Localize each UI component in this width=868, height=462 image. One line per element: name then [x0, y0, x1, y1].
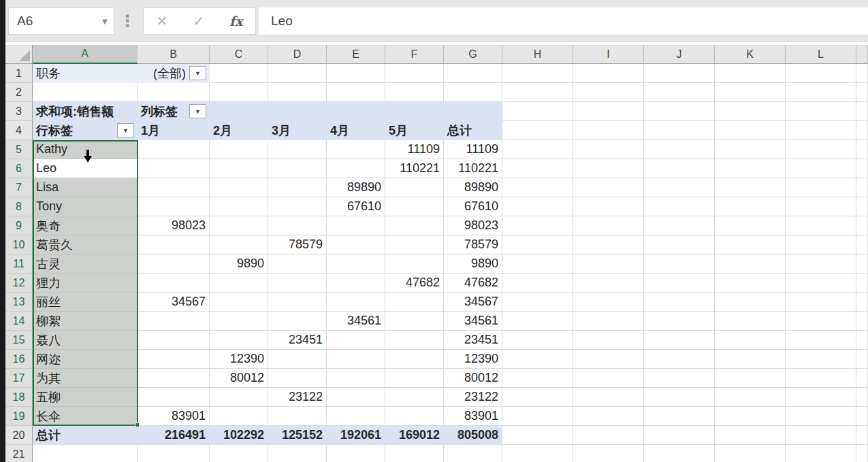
cell-A13[interactable]: 丽丝 — [33, 293, 138, 312]
cell-E13[interactable] — [327, 293, 385, 312]
cell-G14[interactable]: 34561 — [444, 312, 502, 331]
cell-L20[interactable] — [786, 426, 856, 445]
cell-clipped21[interactable] — [856, 445, 868, 462]
column-header-D[interactable]: D — [268, 45, 327, 64]
cell-C1[interactable] — [210, 64, 268, 83]
cell-A18[interactable]: 五柳 — [33, 388, 138, 407]
cell-K2[interactable] — [715, 83, 786, 102]
cell-J21[interactable] — [644, 445, 715, 462]
cell-B11[interactable] — [138, 254, 210, 274]
cell-clipped19[interactable] — [856, 407, 868, 426]
cell-K3[interactable] — [715, 102, 786, 121]
cell-G17[interactable]: 80012 — [444, 369, 502, 388]
cell-C5[interactable] — [210, 140, 268, 159]
cell-H14[interactable] — [502, 312, 573, 331]
cell-L7[interactable] — [786, 178, 856, 197]
cell-L1[interactable] — [786, 64, 856, 83]
cell-C18[interactable] — [210, 388, 268, 407]
cell-A15[interactable]: 聂八 — [33, 331, 138, 350]
cell-F13[interactable] — [385, 293, 444, 312]
cell-L17[interactable] — [786, 369, 856, 388]
column-header-I[interactable]: I — [573, 45, 644, 64]
select-all-corner[interactable] — [5, 45, 33, 64]
cell-A4[interactable]: 行标签▼ — [33, 121, 138, 140]
cell-D15[interactable]: 23451 — [268, 331, 327, 350]
row-header-1[interactable]: 1 — [5, 64, 33, 83]
cell-G1[interactable] — [444, 64, 502, 83]
cell-I6[interactable] — [573, 159, 644, 178]
row-labels-dropdown-button[interactable]: ▼ — [117, 123, 134, 137]
cell-I3[interactable] — [573, 102, 644, 121]
cell-L2[interactable] — [786, 83, 856, 102]
cell-H6[interactable] — [502, 159, 573, 178]
cell-B14[interactable] — [138, 312, 210, 331]
row-header-14[interactable]: 14 — [5, 312, 33, 331]
cell-J8[interactable] — [644, 197, 715, 216]
cell-K10[interactable] — [715, 235, 786, 254]
row-header-16[interactable]: 16 — [5, 350, 33, 369]
cell-F7[interactable] — [385, 178, 444, 197]
cell-I12[interactable] — [573, 274, 644, 293]
cell-F8[interactable] — [385, 197, 444, 216]
cell-E6[interactable] — [327, 159, 385, 178]
cell-F15[interactable] — [385, 331, 444, 350]
cell-B1[interactable]: (全部)▼ — [138, 64, 210, 83]
cell-A3[interactable]: 求和项:销售额 — [33, 102, 138, 121]
cell-C6[interactable] — [210, 159, 268, 178]
cell-D2[interactable] — [268, 83, 327, 102]
cell-E21[interactable] — [327, 445, 385, 462]
cell-H18[interactable] — [502, 388, 573, 407]
row-header-7[interactable]: 7 — [5, 178, 33, 197]
column-header-H[interactable]: H — [502, 45, 573, 64]
cell-G11[interactable]: 9890 — [444, 254, 502, 274]
cell-I7[interactable] — [573, 178, 644, 197]
cell-D10[interactable]: 78579 — [268, 235, 327, 254]
cell-clipped11[interactable] — [856, 254, 868, 274]
cell-K14[interactable] — [715, 312, 786, 331]
cell-E16[interactable] — [327, 350, 385, 369]
cell-F4[interactable]: 5月 — [385, 121, 444, 140]
cell-D7[interactable] — [268, 178, 327, 197]
column-header-L[interactable]: L — [786, 45, 856, 64]
cell-G19[interactable]: 83901 — [444, 407, 502, 426]
cell-H1[interactable] — [502, 64, 573, 83]
cell-L8[interactable] — [786, 197, 856, 216]
cell-B7[interactable] — [138, 178, 210, 197]
cell-L21[interactable] — [786, 445, 856, 462]
cell-B6[interactable] — [138, 159, 210, 178]
cell-H12[interactable] — [502, 274, 573, 293]
cell-D16[interactable] — [268, 350, 327, 369]
cell-H9[interactable] — [502, 216, 573, 235]
cell-A12[interactable]: 狸力 — [33, 274, 138, 293]
cell-D9[interactable] — [268, 216, 327, 235]
cell-K15[interactable] — [715, 331, 786, 350]
cell-C8[interactable] — [210, 197, 268, 216]
cell-E8[interactable]: 67610 — [327, 197, 385, 216]
cell-B20[interactable]: 216491 — [138, 426, 210, 445]
cell-J16[interactable] — [644, 350, 715, 369]
column-header-J[interactable]: J — [644, 45, 715, 64]
cell-I4[interactable] — [573, 121, 644, 140]
cell-G5[interactable]: 11109 — [444, 140, 502, 159]
cell-A21[interactable] — [33, 445, 138, 462]
cell-clipped7[interactable] — [856, 178, 868, 197]
enter-icon[interactable]: ✓ — [193, 13, 204, 29]
row-header-2[interactable]: 2 — [5, 83, 33, 102]
cell-D14[interactable] — [268, 312, 327, 331]
cell-E15[interactable] — [327, 331, 385, 350]
cell-clipped1[interactable] — [856, 64, 868, 83]
cell-L14[interactable] — [786, 312, 856, 331]
cell-C3[interactable] — [210, 102, 268, 121]
cell-K4[interactable] — [715, 121, 786, 140]
cell-D21[interactable] — [268, 445, 327, 462]
cell-C21[interactable] — [210, 445, 268, 462]
cell-I10[interactable] — [573, 235, 644, 254]
row-header-20[interactable]: 20 — [5, 426, 33, 445]
cell-D8[interactable] — [268, 197, 327, 216]
cell-clipped20[interactable] — [856, 426, 868, 445]
cell-J3[interactable] — [644, 102, 715, 121]
cell-C16[interactable]: 12390 — [210, 350, 268, 369]
cell-F12[interactable]: 47682 — [385, 274, 444, 293]
cell-C15[interactable] — [210, 331, 268, 350]
cell-A10[interactable]: 葛贵久 — [33, 235, 138, 254]
